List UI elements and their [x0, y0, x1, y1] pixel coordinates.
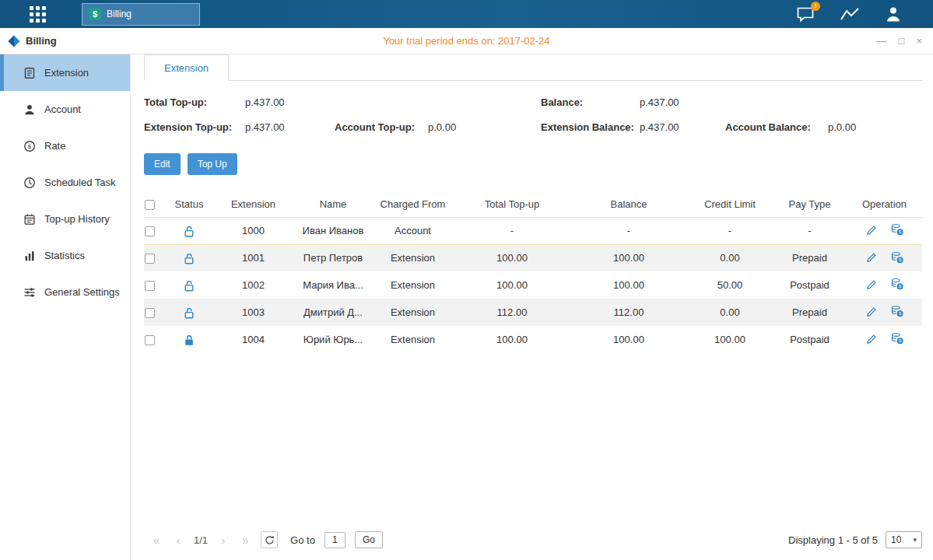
status-locked-icon — [184, 334, 195, 346]
column-header-name: Name — [294, 192, 372, 217]
row-checkbox[interactable] — [145, 335, 155, 345]
edit-row-icon[interactable] — [866, 251, 878, 263]
pagination-bar: « ‹ 1/1 › » Go to Go Di — [144, 522, 922, 560]
table-body: 1000 Иван Иванов Account - - - - — [144, 217, 922, 353]
app-grid-icon[interactable] — [30, 6, 46, 23]
topup-row-icon[interactable]: $ — [891, 305, 903, 317]
top-up-button[interactable]: Top Up — [188, 153, 237, 175]
status-unlocked-icon — [184, 253, 195, 264]
sidebar-item-label: Account — [44, 103, 81, 115]
sidebar-item-account[interactable]: Account — [0, 91, 130, 128]
billing-app-window: $ Billing ! — [0, 0, 933, 560]
row-credit-limit: 50.00 — [687, 271, 773, 299]
user-topbar-icon[interactable] — [885, 5, 902, 23]
status-unlocked-icon — [184, 307, 195, 319]
row-checkbox[interactable] — [145, 308, 155, 318]
refresh-button[interactable] — [261, 531, 278, 548]
page-size-select[interactable]: 10 ▾ — [886, 531, 922, 548]
next-page-button[interactable]: › — [217, 534, 230, 547]
edit-row-icon[interactable] — [866, 224, 878, 236]
sidebar-item-label: General Settings — [44, 286, 120, 298]
tab-extension[interactable]: Extension — [144, 54, 229, 81]
topup-row-icon[interactable]: $ — [891, 223, 903, 236]
select-all-checkbox[interactable] — [145, 200, 155, 210]
column-header-extension: Extension — [212, 192, 294, 217]
sidebar-item-label: Extension — [44, 67, 89, 79]
displaying-text: Displaying 1 - 5 of 5 — [788, 534, 878, 546]
status-unlocked-icon — [184, 226, 195, 237]
edit-row-icon[interactable] — [866, 278, 878, 290]
edit-button[interactable]: Edit — [144, 153, 181, 175]
extension-balance-value: p.437.00 — [640, 121, 725, 133]
account-balance-value: p.0.00 — [828, 121, 922, 133]
sidebar-item-general-settings[interactable]: General Settings — [0, 274, 130, 310]
row-charged-from: Extension — [372, 299, 454, 326]
window-title: Billing — [26, 35, 57, 47]
table-row[interactable]: 1000 Иван Иванов Account - - - - — [144, 217, 922, 244]
row-pay-type: Postpaid — [773, 326, 847, 353]
main-content: Extension Total Top-up: p.437.00 Balance… — [131, 54, 933, 560]
sidebar-item-label: Rate — [44, 140, 65, 152]
row-charged-from: Extension — [372, 271, 454, 299]
row-total-topup: 100.00 — [454, 244, 570, 271]
table-row[interactable]: 1003 Дмитрий Д... Extension 112.00 112.0… — [144, 299, 922, 326]
notifications-icon[interactable]: ! — [796, 6, 815, 23]
row-charged-from: Extension — [372, 244, 454, 271]
topup-row-icon[interactable]: $ — [891, 278, 903, 290]
chevron-down-icon: ▾ — [913, 536, 917, 544]
row-extension: 1001 — [212, 244, 294, 271]
sidebar-item-label: Top-up History — [44, 213, 110, 225]
sidebar-item-statistics[interactable]: Statistics — [0, 237, 130, 274]
table-header-row: Status Extension Name Charged From Total… — [144, 192, 922, 217]
row-name: Петр Петров — [294, 244, 372, 271]
maximize-button[interactable]: □ — [899, 36, 905, 46]
column-header-status: Status — [166, 192, 212, 217]
row-extension: 1003 — [212, 299, 294, 326]
edit-row-icon[interactable] — [866, 333, 878, 345]
minimize-button[interactable]: — — [877, 36, 887, 46]
go-button[interactable]: Go — [355, 531, 383, 548]
column-header-total-topup: Total Top-up — [454, 192, 570, 217]
row-checkbox[interactable] — [145, 226, 155, 236]
sidebar-item-scheduled-task[interactable]: Scheduled Task — [0, 164, 130, 201]
edit-row-icon[interactable] — [866, 306, 878, 317]
sidebar-item-topup-history[interactable]: Top-up History — [0, 201, 130, 237]
extension-topup-value: p.437.00 — [245, 121, 335, 133]
column-header-credit-limit: Credit Limit — [687, 192, 773, 217]
desktop-topbar: $ Billing ! — [0, 0, 933, 28]
action-buttons: Edit Top Up — [144, 153, 922, 175]
table-row[interactable]: 1004 Юрий Юрь... Extension 100.00 100.00… — [144, 326, 922, 353]
goto-page-input[interactable] — [324, 532, 345, 548]
total-topup-value: p.437.00 — [245, 96, 335, 108]
sidebar-item-extension[interactable]: Extension — [0, 54, 130, 91]
extension-balance-label: Extension Balance: — [541, 121, 640, 133]
row-pay-type: Postpaid — [773, 271, 847, 299]
table-row[interactable]: 1002 Мария Ива... Extension 100.00 100.0… — [144, 271, 922, 299]
prev-page-button[interactable]: ‹ — [172, 534, 184, 547]
close-button[interactable]: × — [916, 36, 922, 46]
row-total-topup: 100.00 — [454, 326, 570, 353]
first-page-button[interactable]: « — [150, 534, 163, 547]
taskbar-billing-item[interactable]: $ Billing — [82, 3, 200, 26]
sidebar-item-label: Statistics — [44, 250, 85, 261]
row-balance: 112.00 — [570, 299, 687, 326]
window-controls: — □ × — [877, 36, 933, 46]
last-page-button[interactable]: » — [239, 534, 251, 547]
row-charged-from: Extension — [372, 326, 454, 353]
statistics-topbar-icon[interactable] — [840, 6, 860, 22]
row-extension: 1004 — [212, 326, 294, 353]
topbar-right-icons: ! — [796, 5, 902, 23]
rate-icon: $ — [23, 140, 36, 152]
row-credit-limit: - — [687, 217, 773, 244]
row-checkbox[interactable] — [145, 254, 155, 264]
sidebar-item-rate[interactable]: $ Rate — [0, 128, 130, 164]
topup-row-icon[interactable]: $ — [891, 251, 903, 264]
row-checkbox[interactable] — [145, 281, 155, 291]
row-balance: - — [570, 217, 687, 244]
row-name: Мария Ива... — [294, 271, 372, 299]
row-name: Иван Иванов — [294, 217, 372, 244]
table-row[interactable]: 1001 Петр Петров Extension 100.00 100.00… — [144, 244, 922, 271]
topup-row-icon[interactable]: $ — [891, 332, 903, 345]
row-charged-from: Account — [372, 217, 454, 244]
column-header-charged-from: Charged From — [372, 192, 454, 217]
